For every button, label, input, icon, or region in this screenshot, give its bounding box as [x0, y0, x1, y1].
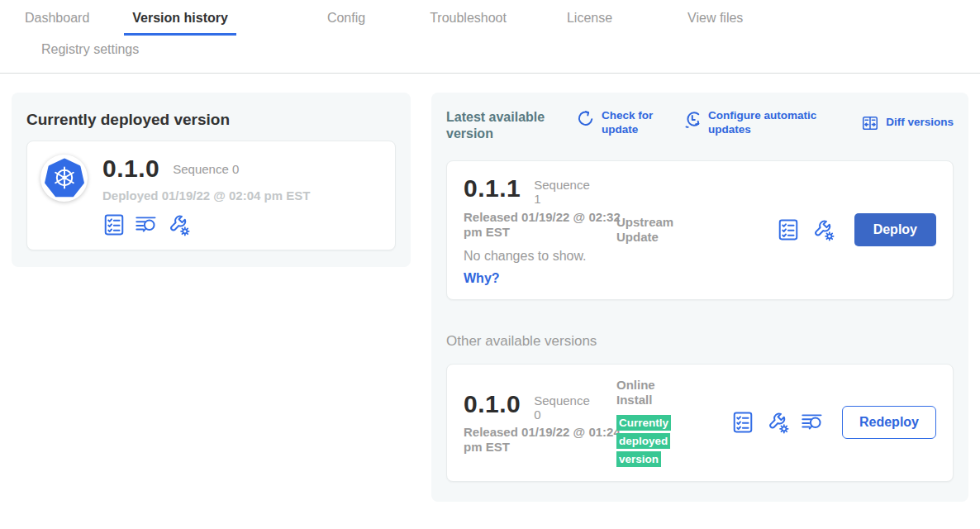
edit-config-icon[interactable]	[811, 218, 835, 241]
tab-registry-settings[interactable]: Registry settings	[33, 36, 147, 73]
current-version-number: 0.1.0	[102, 155, 159, 182]
latest-released-timestamp: Released 01/19/22 @ 02:32 pm EST	[464, 210, 621, 240]
checklist-icon[interactable]	[102, 213, 126, 236]
current-version-info: 0.1.0 Sequence 0 Deployed 01/19/22 @ 02:…	[102, 155, 310, 236]
view-logs-icon[interactable]	[135, 213, 158, 236]
latest-version-source: Upstream Update	[616, 215, 699, 245]
check-for-update-label: Check for update	[602, 109, 669, 137]
check-for-update-link[interactable]: Check for update	[577, 109, 669, 137]
nav-row-secondary: Registry settings	[0, 36, 980, 73]
other-released-timestamp: Released 01/19/22 @ 01:24 pm EST	[464, 425, 621, 455]
currently-deployed-badge: Currently deployed version	[616, 415, 671, 467]
redeploy-button[interactable]: Redeploy	[842, 406, 936, 439]
currently-deployed-title: Currently deployed version	[26, 111, 396, 129]
schedule-icon	[683, 110, 702, 128]
top-nav: Dashboard Version history Config Trouble…	[0, 0, 980, 74]
deployed-timestamp: Deployed 01/19/22 @ 02:04 pm EST	[102, 188, 310, 203]
refresh-icon	[577, 110, 595, 128]
edit-config-icon[interactable]	[766, 411, 789, 434]
view-logs-icon[interactable]	[801, 411, 824, 434]
tab-dashboard[interactable]: Dashboard	[17, 0, 98, 36]
latest-available-title: Latest available version	[446, 109, 570, 142]
other-available-versions-title: Other available versions	[446, 333, 954, 350]
other-version-source: Online Install Currently deployed versio…	[616, 378, 699, 468]
tab-license[interactable]: License	[559, 0, 621, 36]
configure-automatic-updates-label: Configure automatic updates	[708, 109, 847, 137]
edit-config-icon[interactable]	[167, 213, 190, 236]
latest-version-card: 0.1.1 Sequence 1 Released 01/19/22 @ 02:…	[446, 160, 954, 300]
tab-config[interactable]: Config	[319, 0, 373, 36]
diff-versions-link[interactable]: Diff versions	[861, 109, 954, 137]
tab-view-files[interactable]: View files	[679, 0, 751, 36]
latest-version-sequence: Sequence 1	[534, 174, 592, 207]
tab-version-history[interactable]: Version history	[124, 0, 236, 36]
other-version-number: 0.1.0	[464, 390, 521, 417]
deploy-button[interactable]: Deploy	[854, 213, 936, 246]
diff-versions-label: Diff versions	[886, 116, 954, 130]
diff-icon	[861, 114, 879, 132]
other-version-sequence: Sequence 0	[534, 390, 592, 422]
nav-row-primary: Dashboard Version history Config Trouble…	[0, 0, 980, 36]
kubernetes-icon	[40, 155, 88, 202]
no-changes-text: No changes to show.	[464, 249, 616, 264]
current-version-sequence: Sequence 0	[173, 155, 239, 176]
configure-automatic-updates-link[interactable]: Configure automatic updates	[683, 109, 847, 137]
current-version-card: 0.1.0 Sequence 0 Deployed 01/19/22 @ 02:…	[26, 141, 396, 250]
version-history-panel: Latest available version Check for updat…	[431, 93, 968, 502]
checklist-icon[interactable]	[777, 218, 800, 241]
latest-version-number: 0.1.1	[464, 174, 521, 202]
main-content: Currently deployed version 0.1.0 Sequenc…	[0, 74, 980, 502]
currently-deployed-panel: Currently deployed version 0.1.0 Sequenc…	[12, 93, 411, 267]
other-version-card: 0.1.0 Sequence 0 Released 01/19/22 @ 01:…	[446, 364, 954, 482]
checklist-icon[interactable]	[731, 411, 754, 434]
tab-troubleshoot[interactable]: Troubleshoot	[421, 0, 515, 36]
why-link[interactable]: Why?	[464, 271, 616, 286]
